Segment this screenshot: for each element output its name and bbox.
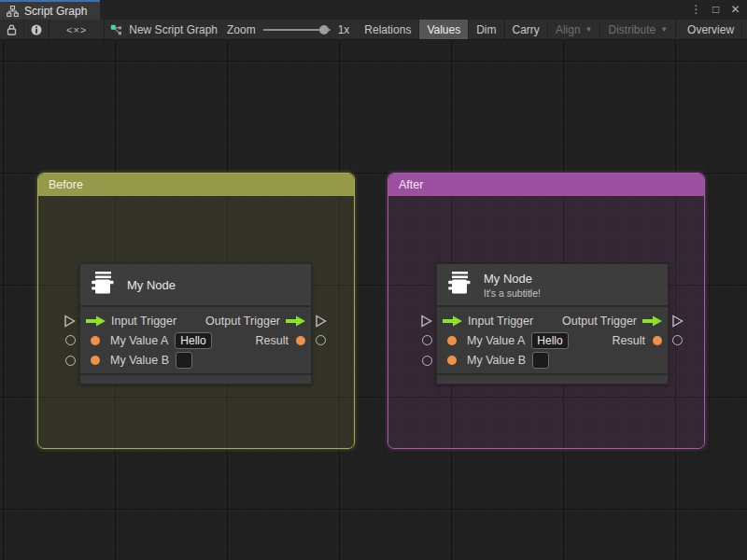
- zoom-label: Zoom: [227, 23, 256, 36]
- zoom-slider-thumb[interactable]: [319, 25, 329, 35]
- node-title: My Node: [484, 272, 541, 286]
- node-body: Input Trigger Output Trigger My Value A …: [437, 307, 668, 373]
- group-label: After: [399, 178, 423, 191]
- value-input-port-icon[interactable]: [447, 336, 457, 345]
- carry-button[interactable]: Carry: [505, 20, 548, 39]
- distribute-label: Distribute: [608, 23, 655, 36]
- value-a-label: My Value A: [467, 334, 525, 347]
- menu-icon[interactable]: ⋮: [688, 1, 704, 19]
- lock-icon: [7, 24, 17, 35]
- maximize-icon[interactable]: □: [708, 1, 724, 19]
- flow-input-port-icon[interactable]: [86, 315, 106, 327]
- node-my-node-before: My Node Input Trigger Output Trigger: [79, 263, 312, 385]
- graph-toolbar: <×> New Script Graph Zoom 1x: [0, 20, 747, 40]
- window-controls: ⋮ □ ✕: [688, 0, 747, 20]
- zoom-control: Zoom 1x: [223, 20, 357, 39]
- unit-node-icon: [445, 269, 473, 301]
- dim-label: Dim: [476, 23, 496, 36]
- graph-hierarchy-icon: [7, 6, 19, 17]
- external-value-port-icon[interactable]: [65, 335, 76, 345]
- node-footer: [437, 373, 668, 384]
- values-button[interactable]: Values: [419, 20, 469, 39]
- port-row-value-b: My Value B: [80, 350, 311, 370]
- result-label: Result: [256, 334, 289, 347]
- code-view-button[interactable]: <×>: [49, 20, 105, 39]
- port-row-trigger: Input Trigger Output Trigger: [437, 311, 668, 330]
- group-label: Before: [49, 178, 83, 191]
- zoom-value: 1x: [338, 23, 350, 36]
- graph-name-label: New Script Graph: [129, 23, 218, 36]
- breadcrumb-new-script-graph[interactable]: New Script Graph: [105, 20, 223, 39]
- dropdown-caret-icon: ▼: [585, 25, 593, 34]
- relations-button[interactable]: Relations: [357, 20, 419, 39]
- values-label: Values: [427, 23, 460, 36]
- script-graph-window: Script Graph ⋮ □ ✕: [0, 0, 747, 560]
- align-label: Align: [556, 23, 581, 36]
- toolbar-toggles: Relations Values Dim Carry Align ▼ Distr…: [357, 20, 747, 39]
- value-output-port-icon[interactable]: [653, 336, 662, 345]
- input-trigger-label: Input Trigger: [111, 315, 176, 328]
- node-header[interactable]: My Node: [80, 264, 311, 307]
- external-value-port-icon[interactable]: [422, 335, 432, 345]
- port-row-value-a: My Value A Hello Result: [437, 330, 668, 350]
- tab-title: Script Graph: [24, 5, 87, 18]
- overview-button[interactable]: Overview: [680, 20, 742, 39]
- value-a-input[interactable]: Hello: [175, 332, 211, 349]
- flow-input-port-icon[interactable]: [443, 315, 462, 327]
- external-flow-port-icon[interactable]: [671, 315, 684, 328]
- unit-node-icon: [89, 269, 117, 301]
- external-value-port-icon[interactable]: [316, 335, 326, 345]
- value-b-label: My Value B: [110, 354, 169, 367]
- value-b-input[interactable]: [176, 352, 192, 369]
- external-value-port-icon[interactable]: [422, 356, 432, 366]
- node-titles: My Node: [127, 278, 176, 292]
- node-title: My Node: [127, 278, 176, 292]
- relations-label: Relations: [364, 23, 411, 36]
- code-icon: <×>: [57, 24, 96, 35]
- node-header[interactable]: My Node It's a subtitle!: [437, 264, 668, 307]
- full-screen-button[interactable]: Full Screen: [742, 20, 747, 39]
- graph-canvas[interactable]: Before After: [0, 40, 747, 560]
- zoom-slider[interactable]: [263, 25, 331, 35]
- result-label: Result: [613, 334, 645, 347]
- carry-label: Carry: [513, 23, 540, 36]
- tab-bar: Script Graph ⋮ □ ✕: [0, 0, 747, 20]
- external-flow-port-icon[interactable]: [315, 315, 327, 328]
- value-output-port-icon[interactable]: [296, 336, 305, 345]
- external-flow-port-icon[interactable]: [420, 315, 432, 328]
- close-icon[interactable]: ✕: [727, 1, 743, 19]
- distribute-dropdown[interactable]: Distribute ▼: [600, 20, 676, 39]
- port-row-value-a: My Value A Hello Result: [80, 330, 311, 350]
- group-before-header[interactable]: Before: [38, 174, 354, 196]
- dim-button[interactable]: Dim: [469, 20, 504, 39]
- align-dropdown[interactable]: Align ▼: [548, 20, 601, 39]
- port-row-value-b: My Value B: [437, 350, 668, 370]
- node-body: Input Trigger Output Trigger My Value A …: [80, 307, 311, 373]
- graph-asset-icon: [110, 24, 122, 35]
- output-trigger-label: Output Trigger: [562, 315, 637, 328]
- value-input-port-icon[interactable]: [91, 356, 100, 365]
- flow-output-port-icon[interactable]: [286, 315, 305, 327]
- node-footer: [80, 373, 311, 384]
- output-trigger-label: Output Trigger: [205, 315, 280, 328]
- tab-script-graph[interactable]: Script Graph: [0, 0, 100, 20]
- external-flow-port-icon[interactable]: [63, 315, 76, 328]
- inspector-button[interactable]: [24, 20, 49, 39]
- node-subtitle: It's a subtitle!: [484, 287, 541, 299]
- port-row-trigger: Input Trigger Output Trigger: [80, 311, 311, 330]
- value-b-label: My Value B: [467, 354, 526, 367]
- overview-label: Overview: [687, 23, 734, 36]
- input-trigger-label: Input Trigger: [468, 315, 533, 328]
- value-b-input[interactable]: [532, 352, 549, 369]
- group-after-header[interactable]: After: [388, 174, 704, 196]
- external-value-port-icon[interactable]: [672, 335, 683, 345]
- value-a-input[interactable]: Hello: [531, 332, 568, 349]
- info-icon: [31, 24, 42, 35]
- flow-output-port-icon[interactable]: [642, 315, 662, 327]
- external-value-port-icon[interactable]: [65, 356, 76, 366]
- value-input-port-icon[interactable]: [447, 356, 457, 365]
- value-input-port-icon[interactable]: [91, 336, 100, 345]
- dropdown-caret-icon: ▼: [660, 25, 668, 34]
- node-my-node-after: My Node It's a subtitle! Input Trigger O…: [436, 263, 669, 385]
- lock-button[interactable]: [0, 20, 24, 39]
